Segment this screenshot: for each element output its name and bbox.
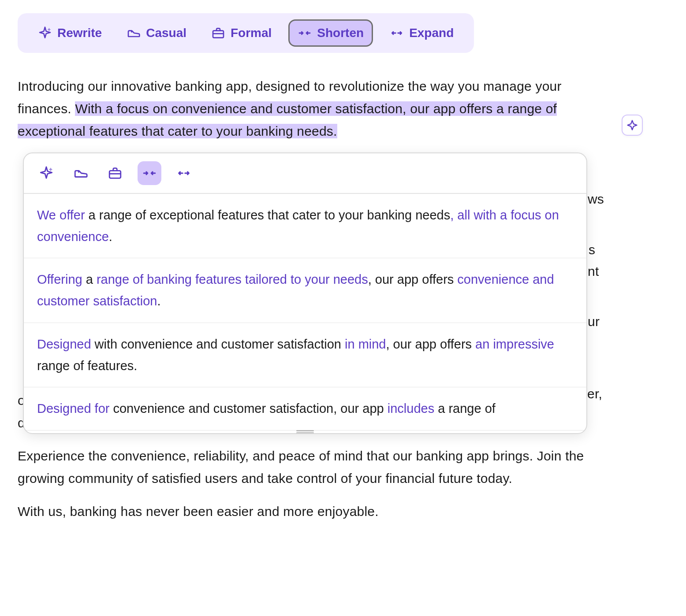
expand-icon (176, 166, 191, 181)
suggestions-panel: We offer a range of exceptional features… (23, 152, 587, 434)
paragraph-3: Experience the convenience, reliability,… (18, 445, 586, 490)
suggestion-item[interactable]: Designed with convenience and customer s… (24, 323, 586, 387)
overflow-text: nt (588, 260, 599, 282)
panel-casual-button[interactable] (69, 161, 93, 185)
casual-button[interactable]: Casual (119, 21, 194, 45)
formal-label: Formal (231, 26, 272, 40)
shorten-icon (298, 26, 312, 40)
suggestion-fragment: an impressive (475, 337, 554, 351)
suggestion-item[interactable]: We offer a range of exceptional features… (24, 194, 586, 258)
overflow-text: er, (587, 382, 602, 405)
suggestion-fragment: range of banking features tailored to yo… (97, 272, 368, 286)
suggestion-fragment: includes (388, 401, 434, 416)
suggestion-item[interactable]: Offering a range of banking features tai… (24, 258, 586, 323)
panel-rewrite-button[interactable] (34, 161, 58, 185)
expand-button[interactable]: Expand (382, 21, 462, 45)
drag-handle[interactable] (24, 430, 586, 433)
shorten-button[interactable]: Shorten (288, 19, 373, 47)
paragraph-1: Introducing our innovative banking app, … (18, 75, 600, 142)
suggestion-fragment: a (82, 272, 97, 286)
rewrite-button[interactable]: Rewrite (30, 21, 110, 45)
sparkle-side-button[interactable] (622, 115, 643, 136)
suggestion-fragment: We offer (37, 208, 85, 222)
suggestions-icon-row (24, 153, 586, 194)
shorten-icon (142, 166, 157, 181)
suggestion-fragment: . (109, 230, 112, 244)
shoe-icon (73, 166, 88, 181)
highlighted-text[interactable]: With a focus on convenience and customer… (18, 101, 557, 138)
suggestion-fragment: with convenience and customer satisfacti… (91, 337, 345, 351)
shorten-label: Shorten (317, 26, 364, 40)
suggestion-fragment: range of features. (37, 359, 137, 373)
suggestion-fragment: , our app offers (368, 272, 458, 286)
rewrite-label: Rewrite (57, 26, 102, 40)
briefcase-icon (211, 26, 225, 40)
expand-icon (390, 26, 404, 40)
panel-formal-button[interactable] (103, 161, 127, 185)
suggestion-fragment: in mind (345, 337, 386, 351)
sparkle-icon (38, 26, 52, 40)
shoe-icon (127, 26, 141, 40)
suggestion-fragment: . (157, 294, 160, 308)
suggestion-fragment: Designed for (37, 401, 109, 416)
suggestion-item[interactable]: Designed for convenience and customer sa… (24, 387, 586, 430)
sparkle-icon (626, 119, 638, 131)
suggestion-fragment: Designed (37, 337, 91, 351)
overflow-text: ur (588, 310, 600, 333)
panel-shorten-button[interactable] (138, 161, 161, 185)
suggestion-fragment: Offering (37, 272, 82, 286)
panel-expand-button[interactable] (172, 161, 196, 185)
suggestion-fragment: a range of exceptional features that cat… (85, 208, 451, 222)
suggestion-fragment: convenience and customer satisfaction, o… (109, 401, 387, 416)
formal-button[interactable]: Formal (203, 21, 280, 45)
casual-label: Casual (146, 26, 186, 40)
paragraph-4: With us, banking has never been easier a… (18, 500, 668, 523)
overflow-text: s (589, 238, 595, 261)
rewrite-toolbar: Rewrite Casual Formal Shorten Expand (18, 13, 474, 53)
suggestion-fragment: , our app offers (386, 337, 476, 351)
suggestion-fragment: a range of (434, 401, 496, 416)
briefcase-icon (108, 166, 123, 181)
sparkle-icon (39, 166, 54, 181)
expand-label: Expand (409, 26, 454, 40)
overflow-text: ws (588, 188, 604, 210)
